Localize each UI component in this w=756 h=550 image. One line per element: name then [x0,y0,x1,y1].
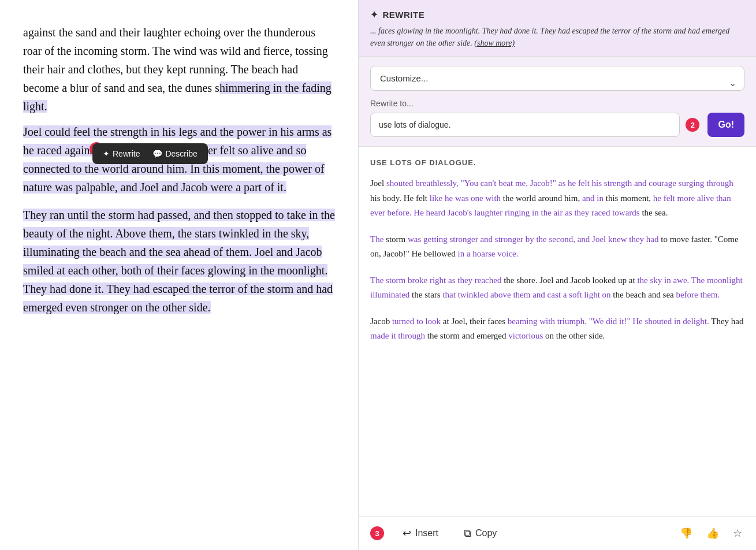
go-button[interactable]: Go! [707,113,744,137]
rewrite-input-row: 2 Go! [370,113,744,137]
star-button[interactable]: ☆ [731,525,744,542]
thumbs-up-button[interactable]: 👍 [704,525,721,542]
result-section: USE LOTS OF DIALOGUE. Joel shouted breat… [359,147,756,516]
rewrite-title-text: REWRITE [383,10,425,20]
insert-icon: ↩ [403,527,411,540]
select-wrapper: Customize... ⌄ [370,66,744,99]
rewrite-input[interactable] [370,113,680,137]
left-panel: 1 against the sand and their laughter ec… [0,0,358,550]
copy-button[interactable]: ⧉ Copy [457,524,504,543]
rewrite-to-label: Rewrite to... [370,99,744,108]
rewrite-title: ✦ REWRITE [370,9,744,20]
customize-section: Customize... ⌄ Rewrite to... 2 Go! [359,57,756,147]
describe-tooltip-label: Describe [165,149,197,158]
rewrite-tooltip-button[interactable]: ✦ Rewrite [98,147,144,161]
describe-tooltip-icon: 💬 [152,149,162,158]
result-instruction: USE LOTS OF DIALOGUE. [370,158,744,167]
insert-label: Insert [415,528,438,538]
rewrite-tooltip-icon: ✦ [103,149,110,158]
result-paragraph-3: The storm broke right as they reached th… [370,273,744,303]
tooltip-popup: ✦ Rewrite 💬 Describe [92,143,208,164]
show-more-link[interactable]: (show more) [474,39,515,47]
copy-icon: ⧉ [464,527,471,540]
rewrite-title-icon: ✦ [370,9,378,20]
highlighted-text-3: They ran until the storm had passed, and… [23,209,335,314]
rewrite-preview-text: ... faces glowing in the moonlight. They… [370,27,729,47]
footer-bar: 3 ↩ Insert ⧉ Copy 👎 👍 ☆ [359,516,756,550]
result-paragraph-4: Jacob turned to look at Joel, their face… [370,314,744,344]
paragraph-3: They ran until the storm had passed, and… [23,206,335,317]
insert-button[interactable]: ↩ Insert [396,523,445,543]
thumbs-up-icon: 👍 [706,527,719,539]
rewrite-header: ✦ REWRITE ... faces glowing in the moonl… [359,0,756,57]
footer-right: 👎 👍 ☆ [677,525,744,542]
right-panel: ✦ REWRITE ... faces glowing in the moonl… [358,0,756,550]
result-paragraph-1: Joel shouted breathlessly, "You can't be… [370,176,744,221]
thumbs-down-button[interactable]: 👎 [677,525,695,542]
customize-select[interactable]: Customize... [370,66,744,91]
paragraph-1: against the sand and their laughter echo… [23,23,335,116]
rewrite-tooltip-label: Rewrite [113,149,140,158]
result-paragraph-2: The storm was getting stronger and stron… [370,232,744,262]
describe-tooltip-button[interactable]: 💬 Describe [148,147,202,161]
footer-left: 3 ↩ Insert ⧉ Copy [370,523,504,543]
rewrite-preview: ... faces glowing in the moonlight. They… [370,25,744,49]
thumbs-down-icon: 👎 [680,527,692,539]
highlighted-text-1: himmering in the fading light. [23,81,332,113]
star-icon: ☆ [733,527,742,539]
step-badge-2: 2 [686,118,699,132]
step-badge-3: 3 [370,526,384,540]
copy-label: Copy [475,528,497,538]
